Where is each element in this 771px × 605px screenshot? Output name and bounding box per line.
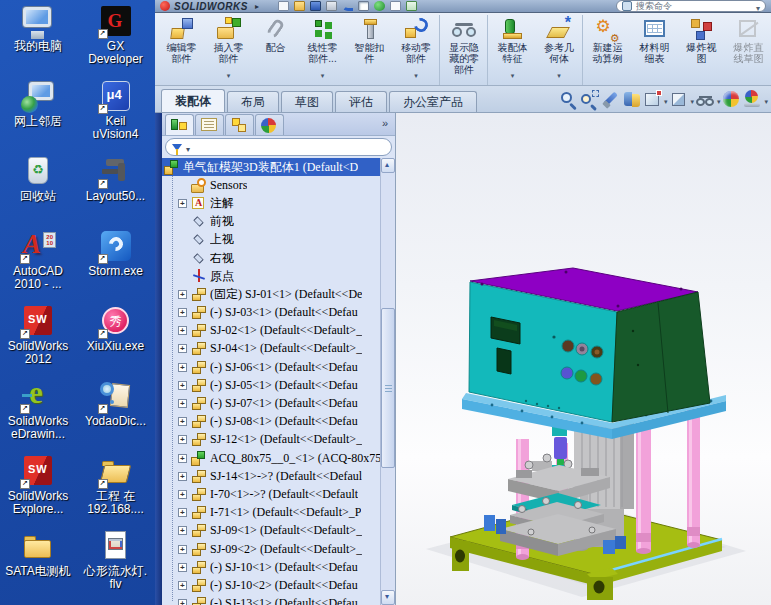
panel-tab[interactable]: [195, 114, 224, 135]
expand-icon[interactable]: [178, 599, 187, 605]
dropdown-arrow-icon[interactable]: [321, 64, 325, 82]
expand-icon[interactable]: [178, 508, 187, 517]
tree-item[interactable]: (-) SJ-08<1> (Default<<Defau: [162, 413, 380, 431]
ribbon-button[interactable]: 新建运 动算例: [584, 15, 631, 85]
expand-icon[interactable]: [178, 563, 187, 572]
view-tool-button[interactable]: [695, 89, 722, 110]
view-tool-button[interactable]: [642, 89, 669, 110]
tree-item[interactable]: SJ-12<1> (Default<<Default>_: [162, 431, 380, 449]
expand-icon[interactable]: [178, 326, 187, 335]
expand-icon[interactable]: [178, 417, 187, 426]
desktop-icon[interactable]: Storm.exe: [76, 228, 155, 303]
tree-item[interactable]: I-70<1>->? (Default<<Default: [162, 485, 380, 503]
dropdown-arrow-icon[interactable]: [414, 64, 418, 82]
titlebar-icon[interactable]: [310, 1, 321, 11]
ribbon-button[interactable]: 智能扣 件: [346, 15, 393, 85]
ribbon-button[interactable]: 装配体 特征: [489, 15, 536, 85]
graphics-area[interactable]: [396, 113, 771, 605]
tree-scrollbar[interactable]: [380, 158, 395, 605]
tree-item[interactable]: (-) SJ-07<1> (Default<<Defau: [162, 394, 380, 412]
tree-item[interactable]: (-) SJ-10<1> (Default<<Defau: [162, 558, 380, 576]
ribbon-button[interactable]: 配合: [252, 15, 299, 85]
dropdown-arrow-icon[interactable]: [511, 64, 515, 82]
panel-tab[interactable]: [255, 114, 284, 135]
command-tab[interactable]: 评估: [335, 91, 387, 112]
tree-item[interactable]: 单气缸模架3D装配体1 (Default<D: [162, 158, 380, 176]
scroll-thumb[interactable]: [381, 308, 395, 468]
command-tab[interactable]: 草图: [281, 91, 333, 112]
desktop-icon[interactable]: 网上邻居: [0, 78, 76, 153]
tree-item[interactable]: 注解: [162, 194, 380, 212]
desktop-icon[interactable]: 回收站: [0, 153, 76, 228]
expand-icon[interactable]: [178, 472, 187, 481]
desktop-icon[interactable]: 工程 在 192.168....: [76, 453, 155, 528]
titlebar-icon[interactable]: [278, 1, 289, 11]
tree-item[interactable]: SJ-04<1> (Default<<Default>_: [162, 340, 380, 358]
ribbon-button[interactable]: 爆炸视 图: [678, 15, 725, 85]
command-tab[interactable]: 装配体: [161, 89, 225, 112]
desktop-icon[interactable]: YodaoDic...: [76, 378, 155, 453]
titlebar-icon[interactable]: [390, 1, 401, 11]
tree-item[interactable]: SJ-14<1>->? (Default<<Defaul: [162, 467, 380, 485]
command-search[interactable]: 搜索命令: [616, 0, 766, 12]
panel-overflow-button[interactable]: »: [378, 117, 392, 133]
command-tab[interactable]: 布局: [227, 91, 279, 112]
tree-item[interactable]: ACQ_80x75__0_<1> (ACQ-80x75-: [162, 449, 380, 467]
tree-item[interactable]: 原点: [162, 267, 380, 285]
view-tool-button[interactable]: [621, 89, 642, 110]
view-tool-button[interactable]: [742, 89, 769, 110]
desktop-icon[interactable]: SolidWorks eDrawin...: [0, 378, 76, 453]
3d-model[interactable]: [396, 113, 771, 605]
tree-item[interactable]: I-71<1> (Default<<Default>_P: [162, 504, 380, 522]
desktop-icon[interactable]: XiuXiu.exe: [76, 303, 155, 378]
expand-icon[interactable]: [178, 581, 187, 590]
desktop-icon[interactable]: SolidWorks 2012: [0, 303, 76, 378]
tree-item[interactable]: (-) SJ-05<1> (Default<<Defau: [162, 376, 380, 394]
expand-icon[interactable]: [178, 363, 187, 372]
desktop-icon[interactable]: 心形流水灯. flv: [76, 528, 155, 603]
view-tool-button[interactable]: [668, 89, 695, 110]
scroll-down-button[interactable]: [381, 590, 395, 605]
ribbon-button[interactable]: 线性零 部件...: [299, 15, 346, 85]
expand-icon[interactable]: [178, 490, 187, 499]
expand-icon[interactable]: [178, 545, 187, 554]
desktop-icon[interactable]: GX Developer: [76, 3, 155, 78]
tree-item[interactable]: 上视: [162, 231, 380, 249]
expand-icon[interactable]: [178, 454, 187, 463]
tree-item[interactable]: (-) SJ-13<1> (Default<<Defau: [162, 595, 380, 605]
scroll-up-button[interactable]: [381, 158, 395, 173]
tree-item[interactable]: SJ-09<1> (Default<<Default>_: [162, 522, 380, 540]
titlebar-icon[interactable]: [406, 1, 417, 11]
titlebar-icon[interactable]: [374, 1, 385, 11]
tree-item[interactable]: SJ-09<2> (Default<<Default>_: [162, 540, 380, 558]
titlebar-icon[interactable]: [358, 1, 369, 11]
expand-icon[interactable]: [178, 381, 187, 390]
ribbon-button[interactable]: 显示隐 藏的零 部件: [441, 15, 488, 85]
desktop-icon[interactable]: SolidWorks Explore...: [0, 453, 76, 528]
ribbon-button[interactable]: 移动零 部件: [393, 15, 440, 85]
search-dropdown-arrow-icon[interactable]: [756, 0, 760, 13]
tree-item[interactable]: (-) SJ-03<1> (Default<<Defau: [162, 304, 380, 322]
expand-icon[interactable]: [178, 199, 187, 208]
expand-icon[interactable]: [178, 290, 187, 299]
desktop-icon[interactable]: Keil uVision4: [76, 78, 155, 153]
view-tool-button[interactable]: [721, 89, 742, 110]
desktop-icon[interactable]: AutoCAD 2010 - ...: [0, 228, 76, 303]
filter-bar[interactable]: [165, 138, 392, 156]
expand-icon[interactable]: [178, 526, 187, 535]
tree-item[interactable]: 前视: [162, 213, 380, 231]
ribbon-button[interactable]: 编辑零 部件: [158, 15, 205, 85]
command-tab[interactable]: 办公室产品: [389, 91, 477, 112]
tree-item[interactable]: 右视: [162, 249, 380, 267]
panel-tab[interactable]: [165, 114, 194, 135]
dropdown-arrow-icon[interactable]: [557, 64, 561, 82]
view-tool-button[interactable]: [558, 89, 579, 110]
desktop-icon[interactable]: SATA电测机: [0, 528, 76, 603]
desktop-icon[interactable]: 我的电脑: [0, 3, 76, 78]
filter-dropdown-arrow-icon[interactable]: [186, 138, 190, 156]
model-control-box[interactable]: [469, 268, 710, 422]
view-tool-button[interactable]: [600, 89, 621, 110]
view-tool-button[interactable]: [579, 89, 600, 110]
tree-item[interactable]: (固定) SJ-01<1> (Default<<De: [162, 285, 380, 303]
titlebar-icon[interactable]: [342, 1, 353, 11]
